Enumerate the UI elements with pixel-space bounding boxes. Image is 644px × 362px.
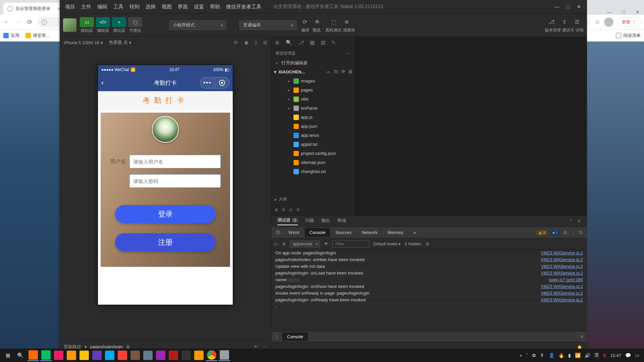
collapse-icon[interactable]: ⊟: [348, 69, 352, 75]
volume-icon[interactable]: 🔊: [585, 353, 590, 358]
taskbar-app[interactable]: [53, 350, 64, 361]
tree-item[interactable]: zhanghao.txt: [271, 167, 355, 176]
bookmark-folder[interactable]: 课堂资…: [25, 33, 50, 39]
devtab-more[interactable]: »: [409, 228, 421, 237]
minimize-icon[interactable]: —: [555, 4, 559, 9]
bookmark-star-icon[interactable]: ☆: [595, 18, 600, 26]
menu-item[interactable]: 界面: [178, 4, 188, 10]
tray-icon[interactable]: 🎙: [540, 353, 545, 358]
gear-icon[interactable]: ⚙: [563, 230, 568, 235]
taskbar-app[interactable]: [155, 350, 166, 361]
tray-icon[interactable]: ▪: [520, 353, 522, 358]
taskbar-app[interactable]: [66, 350, 77, 361]
levels-select[interactable]: Default levels ▾: [373, 242, 400, 246]
taskbar-app[interactable]: [129, 350, 141, 361]
kebab-icon[interactable]: ⋮: [275, 334, 279, 339]
devtab-console[interactable]: Console: [305, 228, 330, 237]
warning-badge[interactable]: ▲ 3: [536, 230, 547, 235]
editor-toggle[interactable]: </>: [96, 17, 110, 27]
apps-shortcut[interactable]: 应用: [3, 33, 19, 39]
taskbar-app[interactable]: [193, 350, 205, 361]
log-source-link[interactable]: VM23 WAService.js:2: [541, 270, 583, 276]
capsule-button[interactable]: •••: [200, 77, 229, 88]
new-file-icon[interactable]: ＋: [326, 69, 330, 75]
console-log[interactable]: On app route: pages/login/loginVM23 WASe…: [271, 250, 587, 331]
tray-icon[interactable]: S: [603, 353, 606, 358]
tree-item[interactable]: ▸wxParse: [271, 104, 355, 113]
log-source-link[interactable]: VM23 WAService.js:2: [541, 284, 583, 289]
log-source-link[interactable]: login.js? [sm]:185: [549, 277, 583, 282]
menu-item[interactable]: 文件: [81, 4, 91, 10]
brush-icon[interactable]: ✎: [331, 40, 336, 46]
more-icon[interactable]: ⋯: [347, 51, 351, 56]
menu-item[interactable]: 项目: [65, 4, 75, 10]
upload-icon[interactable]: ⇪: [559, 17, 569, 27]
close-icon[interactable]: ✕: [577, 219, 581, 224]
register-button[interactable]: 注册: [115, 233, 216, 251]
menu-item[interactable]: 帮助: [210, 4, 220, 10]
files-icon[interactable]: 🗎: [275, 40, 280, 45]
tray-icon[interactable]: 🔥: [558, 353, 564, 358]
menu-item[interactable]: 视图: [162, 4, 172, 10]
tab-output[interactable]: 输出: [321, 218, 330, 225]
git-icon[interactable]: ⎇: [298, 40, 304, 46]
taskbar-app[interactable]: [168, 350, 179, 361]
reading-list[interactable]: 阅读清单: [616, 33, 641, 39]
notifications-icon[interactable]: 💬: [625, 353, 631, 358]
devtab-wxml[interactable]: Wxml: [284, 228, 304, 237]
log-source-link[interactable]: VM23 WAService.js:2: [541, 297, 583, 302]
gear-icon[interactable]: ⚙: [425, 241, 430, 247]
window-minimize-icon[interactable]: —: [606, 9, 612, 15]
menu-item[interactable]: 微信开发者工具: [226, 4, 261, 10]
forward-icon[interactable]: →: [15, 19, 21, 25]
taskbar-app[interactable]: [117, 350, 128, 361]
compile-target-select[interactable]: 普通编译: [239, 20, 297, 30]
log-source-link[interactable]: VM23 WAService.js:2: [541, 250, 583, 255]
reload-icon[interactable]: ⟳: [26, 19, 33, 25]
tree-item[interactable]: app.wxss: [271, 131, 355, 140]
wifi-icon[interactable]: 📶: [575, 353, 581, 358]
ime-indicator[interactable]: 英: [594, 352, 599, 358]
taskbar-app[interactable]: [180, 350, 192, 361]
layout-icon[interactable]: ▥: [321, 40, 325, 46]
profile-avatar[interactable]: [604, 17, 613, 27]
inspect-icon[interactable]: ⮹: [273, 230, 283, 235]
log-source-link[interactable]: VM23 WAService.js:2: [541, 257, 583, 262]
tray-icon[interactable]: 👤: [549, 353, 554, 358]
search-icon[interactable]: 🔍: [286, 40, 292, 46]
maximize-icon[interactable]: □: [567, 4, 570, 9]
tree-item[interactable]: project.config.json: [271, 149, 355, 158]
popout-icon[interactable]: ⧉: [263, 40, 267, 46]
info-badge[interactable]: ■ 1: [550, 230, 560, 235]
close-icon[interactable]: ✕: [580, 334, 584, 339]
menu-item[interactable]: 选择: [146, 4, 156, 10]
back-icon[interactable]: ←: [3, 19, 10, 25]
search-icon[interactable]: 🔍: [15, 350, 26, 361]
tree-item[interactable]: appid.txt: [271, 140, 355, 149]
menu-item[interactable]: 设置: [194, 4, 204, 10]
start-button[interactable]: ⊞: [2, 350, 13, 361]
tab-terminal[interactable]: 终端: [337, 218, 346, 225]
tab-issues[interactable]: 问题: [305, 218, 314, 225]
nav-back-icon[interactable]: ‹: [101, 78, 104, 87]
close-icon[interactable]: ✕: [577, 4, 581, 9]
taskbar-app[interactable]: [91, 350, 103, 361]
tab-debugger[interactable]: 调试器3: [277, 217, 298, 225]
outline-section[interactable]: ▸大纲: [271, 194, 355, 204]
record-icon[interactable]: ◉: [244, 40, 249, 46]
login-button[interactable]: 登录: [115, 205, 216, 223]
taskbar-app[interactable]: [78, 350, 90, 361]
update-button[interactable]: 更新 ⋮: [618, 17, 641, 27]
compile-icon[interactable]: ⟳: [300, 17, 309, 27]
tree-item[interactable]: sitemap.json: [271, 158, 355, 167]
tree-item[interactable]: app.js: [271, 113, 355, 122]
tree-item[interactable]: app.json: [271, 122, 355, 131]
chevron-up-icon[interactable]: ˄: [526, 353, 528, 358]
devtab-sources[interactable]: Sources: [331, 228, 356, 237]
clear-icon[interactable]: ⊘: [282, 241, 286, 246]
chevron-up-icon[interactable]: ⌃: [569, 219, 573, 224]
remote-debug-icon[interactable]: ⬚: [329, 17, 338, 27]
devtab-network[interactable]: Network: [357, 228, 382, 237]
taskbar-app[interactable]: [142, 350, 154, 361]
username-input[interactable]: [129, 155, 221, 168]
